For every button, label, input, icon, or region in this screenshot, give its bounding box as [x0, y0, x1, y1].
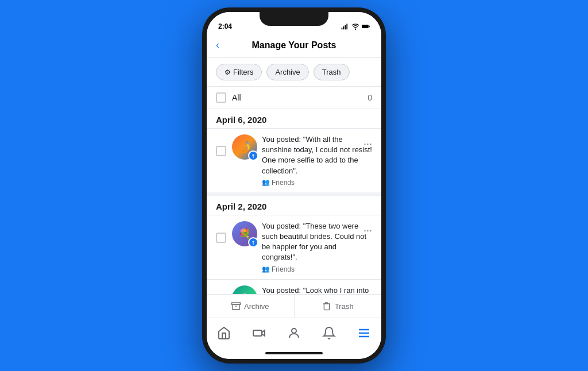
- action-bar: Archive Trash: [207, 294, 381, 318]
- post-item-2: 💐 You posted: "These two were such beaut…: [207, 215, 381, 279]
- trash-action-button[interactable]: Trash: [295, 295, 382, 318]
- status-icons: [341, 22, 370, 30]
- filters-label: Filters: [233, 68, 253, 76]
- archive-action-button[interactable]: Archive: [207, 295, 295, 318]
- date-header-april2: April 2, 2020: [207, 196, 381, 215]
- post-privacy-2: 👥 Friends: [262, 265, 372, 273]
- post-text-2: You posted: "These two were such beautif…: [262, 221, 372, 263]
- posts-content: April 6, 2020 🤳 You posted: "With all th…: [207, 109, 381, 294]
- trash-filter-button[interactable]: Trash: [314, 64, 350, 80]
- svg-rect-2: [345, 25, 346, 30]
- filters-icon: ⚙: [225, 68, 231, 76]
- post-content-3: You posted: "Look who I ran into in the …: [262, 285, 372, 295]
- phone-screen: 2:04: [207, 12, 381, 359]
- nav-video[interactable]: [242, 318, 277, 347]
- fb-badge-2: [248, 237, 258, 248]
- phone-frame: 2:04: [202, 7, 386, 364]
- select-count: 0: [368, 93, 372, 102]
- filter-bar: ⚙ Filters Archive Trash: [207, 58, 381, 87]
- post-privacy-1: 👥 Friends: [262, 179, 372, 187]
- friends-icon-2: 👥: [262, 265, 270, 273]
- post-content-2: You posted: "These two were such beautif…: [262, 221, 372, 273]
- privacy-label-1: Friends: [272, 179, 295, 187]
- bottom-nav: [207, 318, 381, 347]
- post-item-3: 🏢 You posted: "Look who I ran into in th…: [207, 279, 381, 295]
- privacy-label-2: Friends: [272, 265, 295, 273]
- nav-menu[interactable]: [346, 318, 381, 347]
- archive-action-icon: [231, 302, 241, 311]
- post-text-1: You posted: "With all the sunshine today…: [262, 134, 372, 176]
- profile-icon: [287, 326, 301, 340]
- post-avatar-2: 💐: [232, 221, 257, 246]
- trash-action-icon: [322, 302, 331, 311]
- date-section-april2: April 2, 2020 💐 You posted: "These two w…: [207, 196, 381, 294]
- svg-point-10: [292, 329, 296, 333]
- phone-notch: [260, 12, 328, 26]
- post-more-button-2[interactable]: ···: [361, 222, 374, 239]
- post-avatar-3: 🏢: [232, 285, 257, 295]
- page-header: ‹ Manage Your Posts: [207, 33, 381, 58]
- trash-action-label: Trash: [335, 302, 354, 311]
- svg-rect-9: [253, 330, 262, 336]
- post-content-1: You posted: "With all the sunshine today…: [262, 134, 372, 187]
- svg-point-4: [355, 29, 355, 29]
- date-header-april6: April 6, 2020: [207, 109, 381, 128]
- svg-rect-3: [346, 24, 347, 29]
- post-more-button-3[interactable]: ···: [361, 287, 374, 295]
- trash-filter-label: Trash: [322, 68, 341, 76]
- select-all-row[interactable]: All 0: [207, 87, 381, 109]
- wifi-icon: [351, 22, 359, 30]
- select-all-checkbox[interactable]: [216, 92, 226, 103]
- video-icon: [252, 326, 266, 340]
- avatar-image-3: 🏢: [232, 285, 257, 295]
- filters-button[interactable]: ⚙ Filters: [216, 64, 262, 80]
- home-icon: [217, 326, 231, 340]
- svg-rect-0: [342, 28, 343, 29]
- friends-icon-1: 👥: [262, 179, 270, 186]
- post-checkbox-2[interactable]: [216, 233, 226, 243]
- svg-rect-6: [369, 26, 370, 28]
- date-section-april6: April 6, 2020 🤳 You posted: "With all th…: [207, 109, 381, 192]
- svg-rect-5: [362, 25, 369, 28]
- page-title: Manage Your Posts: [252, 40, 336, 51]
- post-text-3: You posted: "Look who I ran into in the …: [262, 285, 372, 295]
- signal-icon: [341, 22, 349, 30]
- archive-filter-button[interactable]: Archive: [266, 64, 308, 80]
- home-bar: [265, 352, 323, 354]
- menu-icon: [357, 326, 371, 340]
- bell-icon: [322, 326, 336, 340]
- back-button[interactable]: ‹: [216, 39, 219, 51]
- battery-icon: [362, 22, 370, 30]
- post-avatar-1: 🤳: [232, 134, 257, 160]
- archive-filter-label: Archive: [275, 68, 300, 76]
- post-more-button-1[interactable]: ···: [361, 136, 374, 152]
- nav-profile[interactable]: [277, 318, 312, 347]
- nav-notifications[interactable]: [311, 318, 346, 347]
- fb-badge-1: [248, 150, 258, 161]
- nav-home[interactable]: [207, 318, 242, 347]
- svg-rect-7: [232, 303, 241, 304]
- archive-action-label: Archive: [244, 302, 269, 311]
- select-all-label: All: [232, 93, 368, 102]
- svg-rect-1: [343, 26, 345, 29]
- post-item: 🤳 You posted: "With all the sunshine tod…: [207, 128, 381, 192]
- home-indicator: [207, 347, 381, 359]
- post-checkbox-1[interactable]: [216, 146, 226, 156]
- status-time: 2:04: [218, 22, 232, 30]
